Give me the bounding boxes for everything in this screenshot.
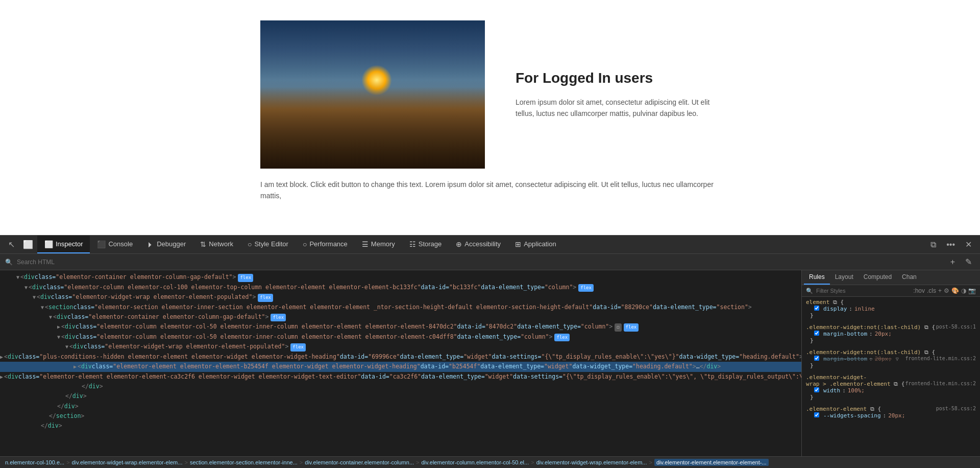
css-selector: .elementor-element — [806, 406, 867, 412]
html-panel[interactable]: ▼ <div class="elementor-container elemen… — [0, 270, 801, 456]
devtools-more-button[interactable]: ••• — [942, 238, 959, 251]
tab-accessibility[interactable]: ⊕ Accessibility — [449, 236, 508, 253]
css-prop-checkbox[interactable] — [814, 356, 819, 361]
add-rule-button[interactable]: + — [938, 287, 942, 294]
html-line: ▼ <section class="elementor-section elem… — [0, 302, 801, 312]
css-source: frontend-lite.min.css:2 — [905, 381, 976, 386]
breadcrumb-item[interactable]: div.elementor-widget-wrap.elementor-elem… — [72, 459, 183, 465]
hover-toggle-button[interactable]: :hov — [913, 287, 925, 294]
toggle-arrow[interactable]: ▼ — [33, 293, 36, 301]
tab-network[interactable]: ⇅ Network — [193, 236, 240, 253]
css-rule-widget-wrap-element: .elementor-widget-wrap > .elementor-elem… — [806, 374, 976, 401]
breadcrumb-item[interactable]: div.elementor-container.elementor-column… — [305, 459, 414, 465]
content-row: For Logged In users Lorem ipsum dolor si… — [260, 20, 720, 169]
cls-toggle-button[interactable]: .cls — [927, 287, 936, 294]
tab-memory-label: Memory — [371, 240, 395, 248]
performance-icon: ○ — [303, 240, 307, 248]
content-text-block: For Logged In users Lorem ipsum dolor si… — [516, 70, 720, 120]
text-block: I am text block. Click edit button to ch… — [260, 179, 720, 202]
settings-icon[interactable]: ⚙ — [944, 287, 949, 294]
tab-debugger[interactable]: ⏵ Debugger — [140, 236, 193, 253]
css-selector: .elementor-widget:not(:last-child) — [806, 349, 921, 356]
element-picker-button[interactable]: ⬜ — [19, 238, 37, 251]
css-source: post-58.css:1 — [936, 324, 976, 330]
html-line-selected: ▶ <div class="elementor-element elemento… — [0, 362, 801, 371]
html-line: </div> — [0, 421, 801, 431]
main-content: For Logged In users Lorem ipsum dolor si… — [0, 0, 980, 235]
css-property-row: width : 100%; — [806, 387, 976, 394]
toggle-arrow[interactable]: ▶ — [0, 373, 3, 381]
breadcrumb-item[interactable]: div.elementor-column.elementor-col-50.el… — [422, 459, 529, 465]
devtools-dock-button[interactable]: ⧉ — [926, 238, 940, 251]
css-selector: .elementor-widget-wrap > .elementor-elem… — [806, 374, 891, 387]
css-tab-layout[interactable]: Layout — [830, 270, 859, 285]
breadcrumb-item[interactable]: n.elementor-col-100.e... — [5, 459, 64, 465]
css-prop-checkbox[interactable] — [814, 412, 819, 417]
toggle-arrow[interactable]: ▼ — [16, 273, 19, 281]
css-prop-checkbox[interactable] — [814, 331, 819, 336]
toggle-arrow[interactable]: ▼ — [24, 284, 28, 291]
page-content: For Logged In users Lorem ipsum dolor si… — [184, 0, 796, 222]
css-property-row: margin-bottom : 20px; ▽ — [806, 356, 905, 362]
css-prop-checkbox[interactable] — [814, 387, 819, 392]
html-line: ▶ <div class="plus-conditions--hidden el… — [0, 352, 801, 362]
add-node-button[interactable]: + — [947, 256, 958, 268]
tab-performance-label: Performance — [309, 240, 347, 248]
breadcrumb-item[interactable]: div.elementor-widget-wrap.elementor-elem… — [536, 459, 647, 465]
application-icon: ⊞ — [515, 240, 521, 248]
toggle-arrow[interactable]: ▼ — [41, 303, 44, 311]
devtools-tabs: ⬜ Inspector ⬛ Console ⏵ Debugger ⇅ Netwo… — [37, 236, 926, 253]
toggle-arrow[interactable]: ▼ — [65, 343, 68, 350]
css-filter-input[interactable] — [816, 288, 910, 294]
css-tab-rules[interactable]: Rules — [804, 270, 830, 285]
css-rule-element: element ⧉ { display : inline } — [806, 299, 976, 319]
search-html-input[interactable] — [17, 259, 943, 266]
tab-style-editor-label: Style Editor — [254, 240, 288, 248]
html-line: ▼ <div class="elementor-widget-wrap elem… — [0, 292, 801, 302]
tab-storage-label: Storage — [419, 240, 442, 248]
css-rule-elementor-element: .elementor-element post-58.css:2 ⧉ { --w… — [806, 406, 976, 419]
tab-network-label: Network — [209, 240, 233, 248]
debugger-icon: ⏵ — [147, 240, 154, 248]
css-filter-icons: :hov .cls + ⚙ 🎨 ◑ 📷 — [913, 287, 976, 294]
tab-inspector[interactable]: ⬜ Inspector — [37, 236, 90, 253]
toggle-arrow[interactable]: ▼ — [49, 313, 52, 321]
tab-application-label: Application — [524, 240, 556, 248]
devtools-close-button[interactable]: ✕ — [961, 238, 976, 251]
tab-memory[interactable]: ☰ Memory — [355, 236, 402, 253]
devtools-panel: ↖ ⬜ ⬜ Inspector ⬛ Console ⏵ Debugger ⇅ N… — [0, 235, 980, 468]
toggle-arrow[interactable]: ▶ — [0, 353, 3, 361]
css-content[interactable]: element ⧉ { display : inline } .elemento… — [802, 297, 980, 456]
devtools-right-icons: ⧉ ••• ✕ — [926, 238, 976, 251]
dark-mode-button[interactable]: ◑ — [961, 287, 966, 294]
screenshot-button[interactable]: 📷 — [968, 287, 976, 294]
css-tab-changes[interactable]: Chan — [897, 270, 922, 285]
tab-console-label: Console — [108, 240, 133, 248]
breadcrumb-item-selected[interactable]: div.elementor-element.elementor-element-… — [654, 459, 769, 466]
css-rule-widget-not-last-2: .elementor-widget:not(:last-child) front… — [806, 349, 976, 369]
tab-application[interactable]: ⊞ Application — [508, 236, 564, 253]
html-line: ▼ <div class="elementor-widget-wrap elem… — [0, 342, 801, 352]
network-icon: ⇅ — [200, 240, 206, 248]
toggle-arrow[interactable]: ▼ — [57, 333, 60, 341]
color-picker-button[interactable]: 🎨 — [951, 287, 959, 294]
html-line: ▼ <div class="elementor-column elementor… — [0, 332, 801, 342]
overridden-indicator: ▽ — [896, 356, 899, 362]
breadcrumb-item[interactable]: section.elementor-section.elementor-inne… — [190, 459, 298, 465]
breadcrumb-bar: n.elementor-col-100.e... > div.elementor… — [0, 456, 980, 468]
css-source: frontend-lite.min.css:2 — [905, 356, 976, 361]
html-line: ▼ <div class="elementor-column elementor… — [0, 283, 801, 293]
toggle-arrow[interactable]: ▶ — [74, 363, 77, 370]
tab-console[interactable]: ⬛ Console — [90, 236, 140, 253]
devtools-main: ▼ <div class="elementor-container elemen… — [0, 270, 980, 456]
edit-node-button[interactable]: ✎ — [962, 256, 975, 268]
css-tab-computed[interactable]: Computed — [859, 270, 897, 285]
tab-performance[interactable]: ○ Performance — [296, 236, 355, 253]
css-prop-checkbox[interactable] — [814, 306, 819, 311]
css-property-row: margin-bottom : 20px; — [806, 331, 976, 337]
tab-style-editor[interactable]: ○ Style Editor — [240, 236, 296, 253]
toggle-arrow[interactable]: ▶ — [57, 323, 60, 331]
storage-icon: ☷ — [409, 240, 416, 248]
cursor-tool-button[interactable]: ↖ — [4, 238, 19, 251]
tab-storage[interactable]: ☷ Storage — [402, 236, 449, 253]
